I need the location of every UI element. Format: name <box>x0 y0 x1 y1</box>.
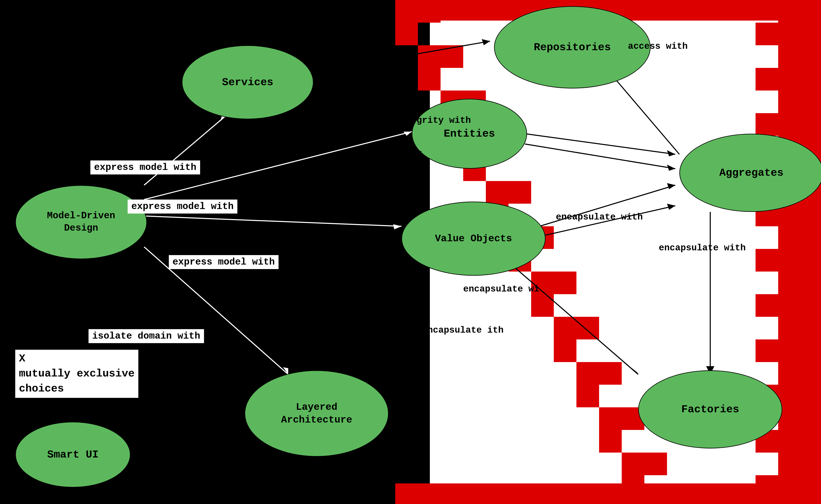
maintain-integrity-label: maintain integrity with <box>346 115 471 125</box>
model-driven-node: Model-DrivenDesign <box>15 185 147 259</box>
encapsulate-label-4: encapsulate with <box>422 325 503 335</box>
svg-marker-81 <box>404 132 412 136</box>
access-with-label-2: access with <box>628 41 688 51</box>
entities-node: Entities <box>412 99 527 169</box>
layered-arch-node: LayeredArchitecture <box>245 370 389 457</box>
access-with-label-1: access with <box>350 74 410 84</box>
isolate-domain-label: isolate domain with <box>88 329 204 343</box>
act-as-root-label: act as root of <box>346 150 422 160</box>
services-node: Services <box>182 45 314 119</box>
repositories-node: Repositories <box>494 6 651 88</box>
express-model-label-1: express model with <box>90 160 200 174</box>
smart-ui-node: Smart UI <box>15 422 130 488</box>
encapsulate-label-2: encapsulate with <box>659 243 746 253</box>
svg-line-78 <box>144 115 227 185</box>
mutually-exclusive-label: Xmutually exclusivechoices <box>15 350 138 398</box>
encapsulate-label-3: encapsulate with <box>463 284 539 294</box>
express-model-label-2: express model with <box>128 200 238 214</box>
svg-marker-83 <box>393 224 401 229</box>
encapsulate-label-1: encapsulate with <box>556 212 643 222</box>
express-model-label-3: express model with <box>169 255 279 269</box>
value-objects-node: Value Objects <box>401 202 545 276</box>
svg-line-82 <box>144 216 401 226</box>
svg-rect-1 <box>395 0 418 45</box>
aggregates-node: Aggregates <box>679 134 821 212</box>
svg-marker-85 <box>283 367 288 374</box>
factories-node: Factories <box>638 370 782 448</box>
